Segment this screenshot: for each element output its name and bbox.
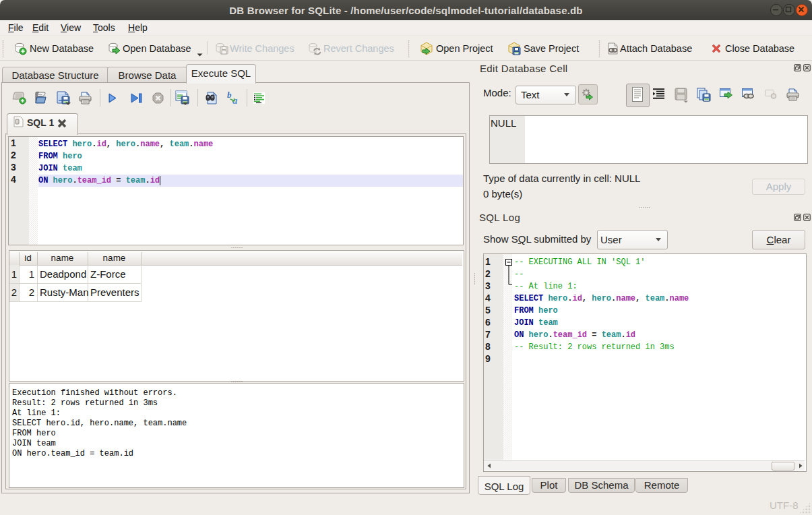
svg-text:b: b	[227, 90, 232, 100]
